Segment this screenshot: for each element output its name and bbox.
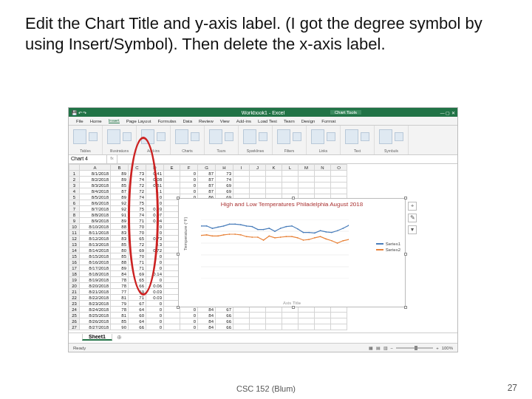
ribbon-icon[interactable] [225, 132, 233, 141]
ribbon-tab-data[interactable]: Data [183, 119, 192, 123]
ribbon-tab-team[interactable]: Team [284, 119, 295, 123]
chart-elements-button[interactable]: + [408, 202, 417, 211]
ribbon-tab-review[interactable]: Review [199, 119, 214, 123]
ribbon-tab-page-layout[interactable]: Page Layout [126, 119, 151, 123]
legend-item[interactable]: Series2 [376, 248, 400, 252]
sheet-tab[interactable]: Sheet1 [82, 334, 112, 341]
resize-handle[interactable] [404, 306, 407, 309]
ribbon-tab-add-ins[interactable]: Add-ins [236, 119, 251, 123]
ribbon-icon[interactable] [293, 132, 301, 141]
resize-handle[interactable] [292, 306, 295, 309]
embedded-chart[interactable]: High and Low Temperatures Philadelphia A… [178, 198, 406, 307]
resize-handle[interactable] [177, 306, 180, 309]
chart-styles-button[interactable]: ✎ [408, 214, 417, 222]
ribbon-icon[interactable] [157, 132, 166, 141]
ribbon-icon[interactable] [73, 129, 86, 144]
add-sheet-button[interactable]: ⊕ [112, 334, 126, 341]
ribbon-tab-format[interactable]: Format [321, 119, 335, 123]
ribbon-icon[interactable] [259, 132, 267, 141]
ribbon-tab-formulas[interactable]: Formulas [157, 119, 176, 123]
ribbon-icon[interactable] [107, 129, 120, 144]
column-header[interactable]: L [282, 165, 299, 171]
ribbon-tab-file[interactable]: File [76, 119, 83, 123]
svg-point-47 [280, 236, 282, 238]
chart-y-axis-label[interactable]: Temperature (°F) [183, 217, 188, 250]
qat[interactable]: 💾 ↶ ↷ [72, 110, 86, 115]
fx-label: fx [107, 155, 117, 163]
ribbon-icon[interactable] [311, 129, 324, 144]
table-row[interactable]: 258/25/20188160008466 [69, 313, 347, 318]
ribbon-group-charts: Charts [171, 126, 205, 154]
excel-window: 💾 ↶ ↷ Workbook1 - Excel Chart Tools — ▢ … [68, 107, 458, 352]
column-header[interactable]: H [216, 165, 233, 171]
name-box[interactable]: Chart 4 [69, 155, 107, 163]
window-controls[interactable]: — ▢ ✕ [440, 110, 455, 115]
resize-handle[interactable] [404, 253, 407, 256]
svg-point-29 [331, 232, 332, 233]
worksheet-area[interactable]: ABCDEFGHIJKLMNO 18/1/201889730.410877328… [69, 164, 457, 343]
ribbon-tab-insert[interactable]: Insert [109, 118, 120, 123]
chart-legend[interactable]: Series1Series2 [376, 240, 400, 253]
resize-handle[interactable] [177, 253, 180, 256]
resize-handle[interactable] [404, 197, 407, 200]
table-row[interactable]: 18/1/201889730.4108773 [69, 171, 347, 177]
chart-x-axis-label[interactable]: Axis Title [179, 301, 405, 305]
titlebar: 💾 ↶ ↷ Workbook1 - Excel Chart Tools — ▢ … [69, 108, 457, 117]
ribbon-icon[interactable] [361, 132, 369, 141]
ribbon-icon[interactable] [379, 129, 392, 144]
ribbon-icon[interactable] [243, 129, 256, 144]
column-header[interactable]: N [315, 165, 331, 171]
view-layout-icon[interactable]: ▤ [376, 345, 381, 350]
svg-point-54 [320, 236, 321, 237]
ribbon-tab-load-test[interactable]: Load Test [258, 119, 277, 123]
resize-handle[interactable] [177, 197, 180, 200]
column-header[interactable]: A [80, 165, 111, 171]
svg-point-12 [234, 224, 236, 225]
ribbon-icon[interactable] [209, 129, 222, 144]
ribbon-group-illustrations: Illustrations [103, 126, 137, 154]
table-row[interactable]: 278/27/20189066008466 [69, 324, 347, 330]
table-row[interactable]: 48/4/201887724.108769 [69, 188, 347, 194]
view-normal-icon[interactable]: ▦ [369, 345, 373, 350]
zoom-value[interactable]: 100% [442, 346, 453, 350]
ribbon-icon[interactable] [395, 132, 403, 141]
view-break-icon[interactable]: ▥ [383, 345, 388, 350]
column-header[interactable]: I [233, 165, 250, 171]
legend-item[interactable]: Series1 [376, 242, 400, 246]
ribbon-icon[interactable] [89, 132, 98, 141]
ribbon-tab-design[interactable]: Design [301, 119, 316, 123]
ribbon-group-text: Text [341, 126, 375, 154]
ribbon-tab-home[interactable]: Home [90, 119, 102, 123]
column-header[interactable]: E [164, 165, 180, 171]
chart-title[interactable]: High and Low Temperatures Philadelphia A… [179, 199, 405, 210]
table-row[interactable]: 38/3/201885720.5108769 [69, 183, 347, 188]
ribbon-tab-view[interactable]: View [220, 119, 230, 123]
column-header[interactable]: J [250, 165, 266, 171]
ribbon-icon[interactable] [345, 129, 358, 144]
svg-point-22 [291, 225, 293, 227]
table-row[interactable]: 268/26/20188564008466 [69, 318, 347, 324]
chart-plot-area[interactable] [201, 219, 349, 279]
zoom-control[interactable]: ▦ ▤ ▥ −+ 100% [369, 345, 453, 350]
ribbon-group-tours: Tours [205, 126, 239, 154]
column-header[interactable]: F [180, 165, 198, 171]
column-header[interactable]: K [266, 165, 282, 171]
column-header[interactable]: M [299, 165, 315, 171]
slide-number: 27 [508, 383, 517, 393]
resize-handle[interactable] [292, 197, 295, 200]
ribbon: TablesIllustrationsAdd-insChartsToursSpa… [69, 126, 457, 155]
svg-point-19 [274, 231, 276, 232]
ribbon-icon[interactable] [191, 132, 200, 141]
chart-filters-button[interactable]: ▾ [408, 225, 417, 234]
formula-bar[interactable] [117, 155, 457, 163]
column-header[interactable]: B [111, 165, 129, 171]
ribbon-icon[interactable] [327, 132, 335, 141]
svg-point-50 [297, 237, 299, 239]
ribbon-icon[interactable] [123, 132, 132, 141]
ribbon-icon[interactable] [175, 129, 188, 144]
table-row[interactable]: 28/2/201889740.0808774 [69, 177, 347, 183]
column-header[interactable]: O [331, 165, 347, 171]
column-header[interactable]: G [198, 165, 216, 171]
svg-point-51 [303, 239, 304, 241]
ribbon-icon[interactable] [277, 129, 290, 144]
